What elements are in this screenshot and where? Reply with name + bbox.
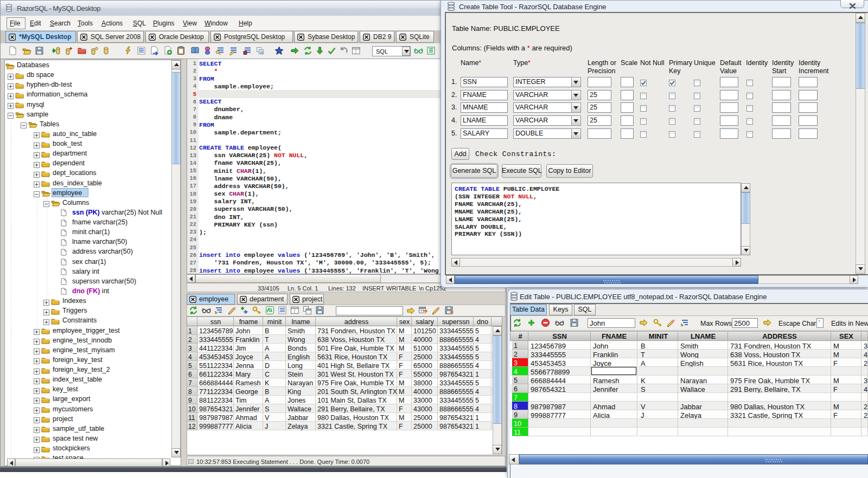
svg-text:0: 0 [260,50,263,55]
